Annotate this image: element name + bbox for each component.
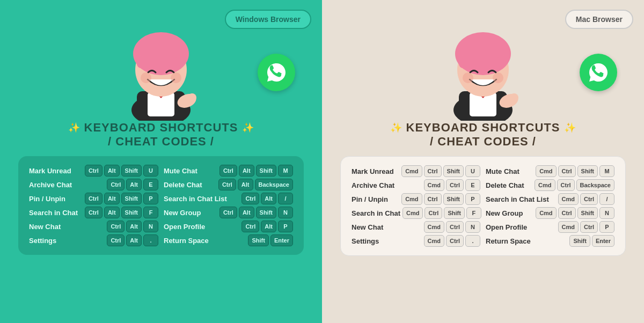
key-badge: Shift [256, 207, 276, 218]
shortcut-row: Return SpaceShiftEnter [486, 234, 614, 248]
shortcut-keys: CtrlAltE [107, 179, 158, 190]
shortcut-row: Search in Chat ListCtrlAlt/ [164, 192, 293, 205]
key-badge: Alt [104, 165, 120, 177]
mac-title: ✨ KEYBOARD SHORTCUTS ✨ / CHEAT CODES / [390, 121, 576, 149]
shortcut-keys: CtrlAltShiftU [85, 165, 158, 177]
key-badge: Shift [121, 165, 142, 177]
key-badge: N [599, 207, 614, 219]
shortcut-keys: CtrlAltP [241, 221, 293, 232]
key-badge: Ctrl [85, 165, 103, 177]
shortcut-row: Search in ChatCmdCtrlShiftF [352, 206, 480, 220]
key-badge: Cmd [535, 179, 555, 191]
mac-title-text2: / CHEAT CODES / [430, 135, 536, 149]
key-badge: Alt [126, 179, 142, 190]
shortcut-row: New GroupCmdCtrlShiftN [486, 206, 614, 220]
shortcut-keys: CmdCtrlP [558, 221, 614, 233]
key-badge: Ctrl [219, 165, 237, 177]
spark-right-1: ✨ [242, 122, 254, 134]
shortcut-name: Archive Chat [352, 181, 394, 189]
windows-shortcuts-card: Mark UnreadCtrlAltShiftUArchive ChatCtrl… [18, 156, 304, 255]
key-badge: Shift [444, 207, 464, 219]
key-badge: Ctrl [558, 165, 576, 177]
shortcut-name: Mute Chat [486, 167, 519, 175]
shortcut-row: Delete ChatCmdCtrlBackspace [486, 178, 614, 192]
shortcut-row: Mark UnreadCtrlAltShiftU [29, 164, 158, 178]
character-svg-windows [107, 11, 215, 121]
key-badge: Ctrl [446, 221, 464, 233]
key-badge: Ctrl [557, 179, 575, 191]
key-badge: Cmd [536, 165, 556, 177]
shortcut-name: Archive Chat [29, 181, 72, 189]
windows-title-text2: / CHEAT CODES / [108, 135, 214, 149]
key-badge: E [465, 179, 480, 191]
windows-character-area [11, 11, 311, 121]
shortcut-keys: CmdCtrlShiftF [402, 207, 481, 219]
svg-point-28 [463, 72, 473, 83]
shortcut-keys: CmdCtrlShiftN [536, 207, 614, 219]
key-badge: Ctrl [218, 179, 236, 190]
key-badge: Ctrl [85, 207, 103, 218]
key-badge: Cmd [401, 165, 422, 177]
shortcut-keys: CmdCtrlN [424, 221, 480, 233]
key-badge: P [278, 221, 293, 232]
key-badge: Ctrl [558, 207, 576, 219]
shortcut-row: Pin / UnpinCtrlAltShiftP [29, 192, 158, 205]
shortcut-name: Open Profile [486, 223, 527, 231]
key-badge: Alt [239, 207, 254, 218]
shortcut-name: Mute Chat [164, 167, 197, 175]
shortcut-row: SettingsCmdCtrl. [352, 234, 480, 248]
key-badge: Ctrl [219, 207, 237, 218]
shortcut-row: New ChatCmdCtrlN [352, 220, 480, 234]
shortcut-name: Settings [29, 237, 56, 245]
key-badge: Cmd [401, 193, 422, 205]
key-badge: Alt [261, 221, 276, 232]
shortcut-keys: CtrlAltN [107, 221, 158, 232]
key-badge: Shift [248, 234, 268, 246]
key-badge: Ctrl [241, 193, 259, 204]
shortcut-keys: CmdCtrlE [424, 179, 480, 191]
shortcut-keys: CmdCtrlShiftP [401, 193, 480, 205]
key-badge: Cmd [424, 179, 444, 191]
key-badge: N [278, 207, 293, 218]
key-badge: Shift [569, 235, 590, 247]
shortcut-row: Open ProfileCtrlAltP [164, 219, 293, 233]
key-badge: Alt [126, 221, 142, 232]
shortcut-name: Mark Unread [352, 167, 394, 175]
key-badge: Shift [577, 165, 598, 177]
key-badge: Shift [443, 193, 464, 205]
key-badge: Shift [443, 165, 464, 177]
key-badge: Enter [592, 235, 614, 247]
key-badge: / [599, 193, 614, 205]
windows-shortcuts-col1: Mark UnreadCtrlAltShiftUArchive ChatCtrl… [29, 164, 158, 247]
shortcut-row: Mark UnreadCmdCtrlShiftU [352, 164, 480, 178]
key-badge: Alt [238, 179, 253, 190]
spark-left-2: ✨ [390, 122, 402, 134]
key-badge: Cmd [402, 207, 423, 219]
key-badge: / [278, 193, 293, 204]
spark-right-2: ✨ [564, 122, 576, 134]
svg-point-15 [188, 93, 196, 102]
shortcut-row: New ChatCtrlAltN [29, 219, 158, 233]
shortcut-row: Mute ChatCmdCtrlShiftM [486, 164, 614, 178]
key-badge: Ctrl [425, 207, 442, 219]
shortcut-name: New Group [486, 209, 523, 217]
key-badge: P [143, 193, 158, 204]
key-badge: P [465, 193, 480, 205]
shortcut-name: New Chat [29, 223, 61, 231]
shortcut-name: Return Space [164, 237, 209, 245]
shortcut-name: Delete Chat [164, 181, 202, 189]
shortcut-name: Return Space [486, 237, 531, 245]
shortcut-keys: CmdCtrl. [424, 235, 480, 247]
shortcut-row: Pin / UnpinCmdCtrlShiftP [352, 192, 480, 206]
key-badge: Alt [239, 165, 254, 177]
shortcut-row: New GroupCtrlAltShiftN [164, 205, 293, 219]
shortcut-name: Search in Chat List [164, 195, 227, 203]
key-badge: Alt [104, 193, 120, 204]
shortcut-row: Delete ChatCtrlAltBackspace [164, 178, 293, 192]
shortcut-name: Delete Chat [486, 181, 524, 189]
svg-point-11 [135, 36, 187, 60]
key-badge: U [143, 165, 158, 177]
windows-shortcuts-col2: Mute ChatCtrlAltShiftMDelete ChatCtrlAlt… [164, 164, 293, 247]
mac-character-area [333, 11, 633, 121]
shortcut-row: Return SpaceShiftEnter [164, 233, 293, 247]
